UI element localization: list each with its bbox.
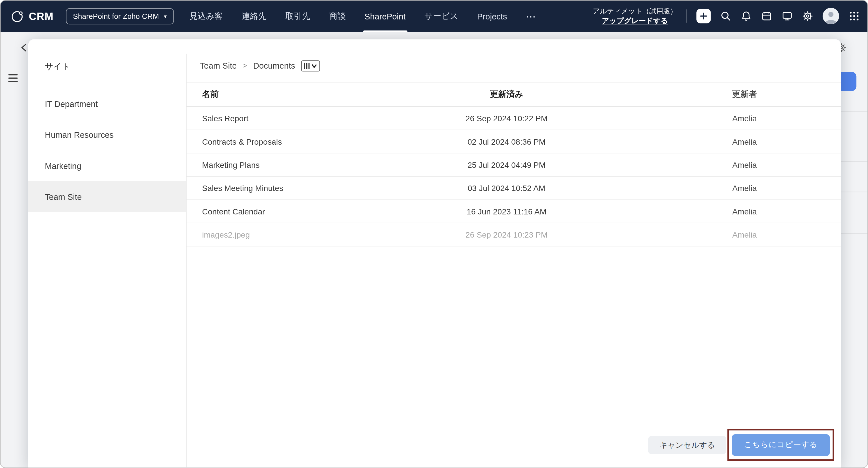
annotation-highlight-box: こちらにコピーする bbox=[727, 429, 834, 461]
back-chevron-icon[interactable] bbox=[20, 42, 29, 55]
file-name: images2.jpeg bbox=[202, 230, 351, 239]
file-name: Contracts & Proposals bbox=[202, 137, 351, 146]
calendar-icon[interactable] bbox=[761, 11, 772, 22]
column-header-modified: 更新済み bbox=[351, 89, 661, 100]
table-row[interactable]: Contracts & Proposals 02 Jul 2024 08:36 … bbox=[187, 130, 841, 153]
module-nav: 見込み客 連絡先 取引先 商談 SharePoint サービス Projects… bbox=[189, 1, 536, 32]
quick-create-plus-icon[interactable] bbox=[696, 9, 711, 24]
nav-item-leads[interactable]: 見込み客 bbox=[189, 1, 223, 32]
app-selector-label: SharePoint for Zoho CRM bbox=[73, 12, 159, 21]
file-name: Sales Meeting Minutes bbox=[202, 183, 351, 193]
column-header-name: 名前 bbox=[202, 89, 351, 100]
file-modified: 02 Jul 2024 08:36 PM bbox=[351, 137, 661, 146]
nav-item-deals[interactable]: 商談 bbox=[329, 1, 346, 32]
view-selector-dropdown[interactable] bbox=[301, 60, 320, 71]
breadcrumb-root[interactable]: Team Site bbox=[200, 61, 237, 70]
caret-down-icon: ▾ bbox=[164, 13, 167, 19]
sites-sidebar: サイト IT Department Human Resources Market… bbox=[28, 39, 187, 468]
table-row[interactable]: Marketing Plans 25 Jul 2024 04:49 PM Ame… bbox=[187, 153, 841, 177]
table-header-row: 名前 更新済み 更新者 bbox=[187, 83, 841, 107]
background-row-divider bbox=[840, 111, 867, 112]
topbar: CRM SharePoint for Zoho CRM ▾ 見込み客 連絡先 取… bbox=[1, 1, 867, 32]
file-modified-by: Amelia bbox=[661, 114, 828, 123]
file-modified-by: Amelia bbox=[661, 207, 828, 216]
background-row-divider bbox=[840, 161, 867, 162]
plan-label: アルティメット（試用版） bbox=[593, 7, 677, 15]
nav-item-contacts[interactable]: 連絡先 bbox=[242, 1, 267, 32]
topbar-actions: アルティメット（試用版） アップグレードする bbox=[593, 7, 860, 26]
background-row-divider bbox=[840, 233, 867, 234]
file-browser: Team Site > Documents 名前 更新済み bbox=[187, 39, 841, 468]
file-name: Sales Report bbox=[202, 114, 351, 123]
nav-item-more[interactable]: ⋯ bbox=[526, 1, 536, 32]
search-icon[interactable] bbox=[720, 11, 732, 22]
table-row[interactable]: Content Calendar 16 Jun 2023 11:16 AM Am… bbox=[187, 200, 841, 223]
file-modified: 26 Sep 2024 10:22 PM bbox=[351, 114, 661, 123]
file-modified: 26 Sep 2024 10:23 PM bbox=[351, 230, 661, 239]
sidebar-item-team-site[interactable]: Team Site bbox=[28, 181, 187, 212]
user-avatar[interactable] bbox=[823, 8, 839, 25]
breadcrumb-current[interactable]: Documents bbox=[253, 61, 295, 70]
table-row[interactable]: Sales Meeting Minutes 03 Jul 2024 10:52 … bbox=[187, 177, 841, 200]
sidebar-item-it-department[interactable]: IT Department bbox=[28, 88, 187, 119]
plan-info: アルティメット（試用版） アップグレードする bbox=[593, 7, 677, 26]
stage: CRM SharePoint for Zoho CRM ▾ 見込み客 連絡先 取… bbox=[0, 0, 868, 468]
notifications-bell-icon[interactable] bbox=[741, 11, 752, 22]
nav-item-projects[interactable]: Projects bbox=[477, 1, 507, 32]
sharepoint-file-picker-modal: サイト IT Department Human Resources Market… bbox=[28, 39, 841, 468]
breadcrumb-separator-icon: > bbox=[243, 61, 247, 70]
table-row[interactable]: Sales Report 26 Sep 2024 10:22 PM Amelia bbox=[187, 107, 841, 130]
brand-name: CRM bbox=[29, 10, 54, 23]
file-modified-by: Amelia bbox=[661, 160, 828, 169]
file-name: Marketing Plans bbox=[202, 160, 351, 169]
copy-here-button[interactable]: こちらにコピーする bbox=[732, 434, 830, 456]
file-modified: 25 Jul 2024 04:49 PM bbox=[351, 160, 661, 169]
file-modified: 16 Jun 2023 11:16 AM bbox=[351, 207, 661, 216]
file-modified-by: Amelia bbox=[661, 230, 828, 239]
display-icon[interactable] bbox=[782, 11, 793, 22]
nav-item-sharepoint[interactable]: SharePoint bbox=[365, 1, 406, 32]
table-row[interactable]: images2.jpeg 26 Sep 2024 10:23 PM Amelia bbox=[187, 223, 841, 246]
sidebar-item-marketing[interactable]: Marketing bbox=[28, 150, 187, 181]
zoho-logo-icon[interactable] bbox=[10, 10, 24, 23]
brand-group: CRM bbox=[10, 10, 54, 23]
app-grid-icon[interactable] bbox=[848, 11, 860, 22]
sidebar-item-human-resources[interactable]: Human Resources bbox=[28, 119, 187, 150]
upgrade-link[interactable]: アップグレードする bbox=[593, 16, 677, 26]
file-name: Content Calendar bbox=[202, 207, 351, 216]
settings-gear-icon[interactable] bbox=[802, 11, 813, 22]
app-selector-dropdown[interactable]: SharePoint for Zoho CRM ▾ bbox=[66, 8, 174, 24]
divider bbox=[687, 10, 687, 23]
background-row-divider bbox=[840, 192, 867, 192]
site-list: IT Department Human Resources Marketing … bbox=[28, 88, 187, 212]
breadcrumb: Team Site > Documents bbox=[187, 39, 841, 83]
cancel-button[interactable]: キャンセルする bbox=[648, 436, 726, 454]
file-modified: 03 Jul 2024 10:52 AM bbox=[351, 183, 661, 193]
column-header-modified-by: 更新者 bbox=[661, 89, 828, 100]
hamburger-menu-icon[interactable] bbox=[8, 74, 18, 84]
file-modified-by: Amelia bbox=[661, 137, 828, 146]
nav-item-services[interactable]: サービス bbox=[425, 1, 458, 32]
nav-item-accounts[interactable]: 取引先 bbox=[285, 1, 310, 32]
sidebar-title: サイト bbox=[45, 61, 187, 72]
app-window: CRM SharePoint for Zoho CRM ▾ 見込み客 連絡先 取… bbox=[0, 0, 868, 468]
file-modified-by: Amelia bbox=[661, 183, 828, 193]
